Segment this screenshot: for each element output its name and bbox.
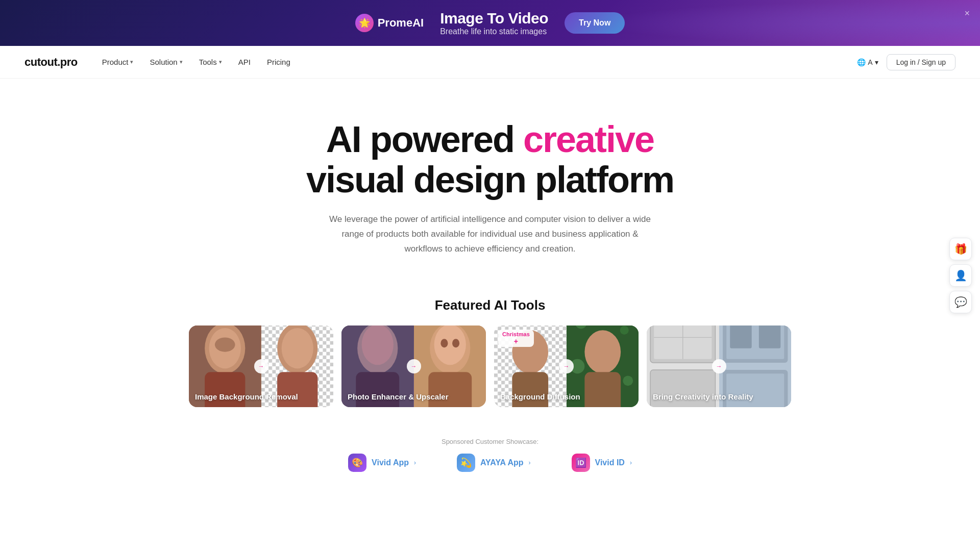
site-logo[interactable]: cutout.pro [24, 56, 78, 69]
nav-right: 🌐 A ▾ Log in / Sign up [857, 54, 955, 70]
tool-card-creativity[interactable]: → Bring Creativity into Reality [647, 325, 791, 407]
sponsor-icon-vivid-id: 🆔 [572, 454, 590, 472]
tool-card-diffusion[interactable]: → Christmas + [494, 325, 639, 407]
svg-rect-3 [205, 372, 245, 407]
navbar: cutout.pro Product ▾ Solution ▾ Tools ▾ … [0, 46, 980, 79]
chat-icon: 💬 [954, 296, 967, 308]
transform-arrow-icon: → [254, 359, 268, 373]
svg-rect-53 [726, 373, 784, 407]
transform-arrow-icon: → [559, 359, 574, 373]
sponsor-ayaya-app[interactable]: 💫 AYAYA App › [457, 454, 531, 472]
tool-label-diffusion: Background Diffusion [500, 392, 580, 401]
svg-point-4 [215, 337, 235, 352]
chevron-down-icon: ▾ [180, 59, 183, 65]
sponsor-name-vivid: Vivid App [372, 458, 409, 467]
login-button[interactable]: Log in / Sign up [887, 54, 955, 70]
sponsor-items: 🎨 Vivid App › 💫 AYAYA App › 🆔 Vivid ID › [24, 454, 955, 472]
sponsor-name-vivid-id: Vivid ID [595, 458, 625, 467]
svg-point-24 [440, 339, 448, 347]
chevron-down-icon: ▾ [219, 59, 222, 65]
sponsor-icon-vivid: 🎨 [348, 454, 366, 472]
hero-title: AI powered creative visual design platfo… [10, 119, 970, 200]
tool-label-bg-removal: Image Background Removal [195, 392, 298, 401]
svg-point-39 [584, 330, 621, 373]
banner-title: Image To Video [440, 10, 548, 27]
svg-rect-17 [356, 372, 399, 407]
svg-point-35 [620, 326, 628, 335]
user-icon: 👤 [954, 269, 967, 282]
hero-section: AI powered creative visual design platfo… [0, 79, 980, 287]
svg-rect-40 [584, 372, 621, 407]
transform-arrow-icon: → [712, 359, 726, 373]
svg-point-25 [452, 339, 459, 347]
sponsor-vivid-app[interactable]: 🎨 Vivid App › [348, 454, 416, 472]
svg-rect-23 [428, 372, 472, 407]
sponsor-icon-ayaya: 💫 [457, 454, 475, 472]
arrow-right-icon: › [529, 459, 531, 466]
arrow-right-icon: › [414, 459, 416, 466]
promeai-icon: 🌟 [355, 14, 374, 32]
nav-product[interactable]: Product ▾ [102, 58, 134, 66]
svg-rect-51 [758, 325, 780, 348]
top-banner: 🌟 PromeAI Image To Video Breathe life in… [0, 0, 980, 46]
promeai-logo: 🌟 PromeAI [355, 14, 424, 32]
gift-button[interactable]: 🎁 [949, 238, 972, 260]
chevron-down-icon: ▾ [130, 59, 133, 65]
chevron-down-icon: ▾ [875, 58, 878, 66]
sponsored-label: Sponsored Customer Showcase: [24, 438, 955, 445]
svg-point-37 [623, 375, 633, 386]
svg-rect-46 [650, 370, 715, 407]
banner-cta-button[interactable]: Try Now [565, 12, 625, 34]
chat-button[interactable]: 💬 [949, 291, 972, 313]
arrow-right-icon: › [630, 459, 632, 466]
nav-pricing[interactable]: Pricing [267, 58, 290, 66]
svg-point-16 [362, 325, 394, 365]
svg-point-22 [434, 325, 465, 365]
user-button[interactable]: 👤 [949, 264, 972, 287]
svg-rect-50 [730, 325, 751, 348]
nav-tools[interactable]: Tools ▾ [199, 58, 222, 66]
tool-label-enhancer: Photo Enhancer & Upscaler [348, 392, 449, 401]
promeai-name: PromeAI [378, 16, 424, 30]
hero-subtitle: We leverage the power of artificial inte… [327, 212, 653, 257]
tool-card-enhancer[interactable]: → Photo Enhancer & Upscaler [341, 325, 486, 407]
nav-links: Product ▾ Solution ▾ Tools ▾ API Pricing [102, 58, 857, 66]
sponsor-name-ayaya: AYAYA App [480, 458, 524, 467]
christmas-badge: Christmas + [498, 330, 534, 347]
svg-rect-13 [277, 372, 317, 407]
gift-icon: 🎁 [954, 243, 967, 255]
translate-icon: 🌐 [857, 58, 866, 66]
nav-solution[interactable]: Solution ▾ [150, 58, 182, 66]
language-button[interactable]: 🌐 A ▾ [857, 58, 878, 66]
tool-label-creativity: Bring Creativity into Reality [653, 392, 753, 401]
sponsor-vivid-id[interactable]: 🆔 Vivid ID › [572, 454, 632, 472]
hero-title-highlight: creative [523, 119, 654, 160]
tools-grid: → [189, 325, 791, 407]
svg-rect-32 [512, 372, 548, 407]
banner-subtitle: Breathe life into static images [440, 27, 548, 36]
sidebar-actions: 🎁 👤 💬 [949, 238, 972, 313]
tool-card-bg-removal[interactable]: → [189, 325, 333, 407]
featured-title: Featured AI Tools [24, 297, 955, 313]
nav-api[interactable]: API [238, 58, 251, 66]
banner-close-button[interactable]: × [964, 8, 970, 19]
svg-point-12 [281, 328, 313, 368]
transform-arrow-icon: → [407, 359, 421, 373]
sponsored-section: Sponsored Customer Showcase: 🎨 Vivid App… [0, 428, 980, 482]
featured-section: Featured AI Tools → [0, 287, 980, 428]
